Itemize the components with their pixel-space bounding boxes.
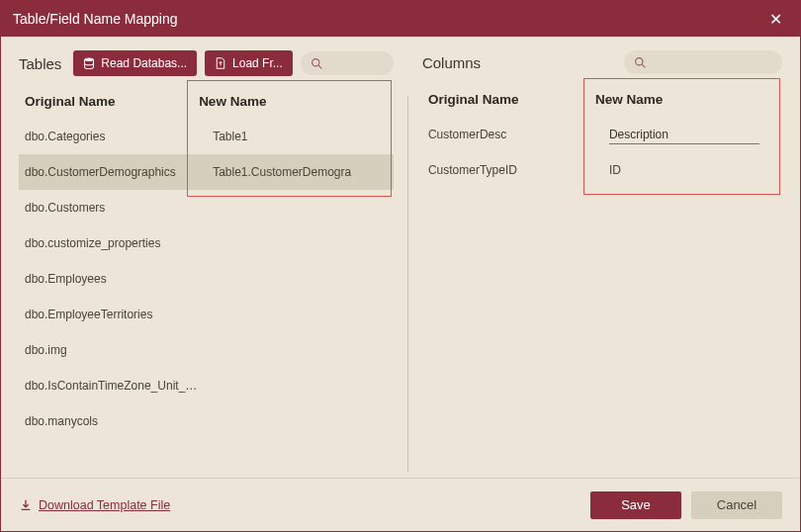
load-from-label: Load Fr... — [232, 56, 283, 70]
titlebar: Table/Field Name Mapping ✕ — [1, 1, 800, 37]
column-original-name: CustomerDesc — [428, 128, 595, 141]
table-original-name: dbo.EmployeeTerritories — [25, 308, 199, 321]
svg-point-1 — [312, 58, 318, 65]
table-row[interactable]: dbo.manycols — [19, 403, 394, 439]
search-icon — [634, 56, 647, 69]
tables-panel-head: Tables Read Databas... Load Fr... — [19, 50, 394, 76]
table-new-name[interactable]: Table1 — [199, 130, 388, 143]
svg-line-4 — [642, 64, 645, 67]
footer: Download Template File Save Cancel — [1, 478, 800, 531]
table-row[interactable]: dbo.img — [19, 332, 394, 368]
save-button[interactable]: Save — [590, 491, 681, 519]
columns-search[interactable] — [624, 50, 782, 74]
tables-search[interactable] — [301, 51, 394, 75]
download-icon — [19, 498, 33, 512]
table-original-name: dbo.img — [25, 343, 199, 357]
table-row[interactable]: dbo.EmployeeTerritories — [19, 297, 394, 332]
content-area: Tables Read Databas... Load Fr... — [1, 37, 800, 531]
table-original-name: dbo.IsContainTimeZone_Unit_Test — [25, 379, 199, 393]
columns-title: Columns — [422, 54, 481, 71]
tables-panel: Tables Read Databas... Load Fr... — [19, 50, 407, 472]
table-original-name: dbo.manycols — [25, 414, 199, 428]
columns-columns-header: Original Name New Name — [422, 92, 782, 117]
columns-rows: CustomerDescCustomerTypeIDID — [422, 117, 782, 188]
file-upload-icon — [215, 57, 226, 69]
close-icon[interactable]: ✕ — [763, 10, 788, 29]
columns-panel-head: Columns — [422, 50, 782, 74]
tables-rows: dbo.CategoriesTable1dbo.CustomerDemograp… — [19, 119, 394, 439]
download-template-label: Download Template File — [39, 498, 170, 512]
svg-point-0 — [85, 57, 94, 61]
load-from-button[interactable]: Load Fr... — [205, 50, 293, 76]
tables-grid: Original Name New Name dbo.CategoriesTab… — [19, 94, 394, 439]
panels: Tables Read Databas... Load Fr... — [1, 37, 800, 478]
columns-grid: Original Name New Name CustomerDescCusto… — [422, 92, 782, 188]
column-row[interactable]: CustomerTypeIDID — [422, 152, 782, 188]
column-original-name: CustomerTypeID — [428, 163, 595, 177]
database-icon — [83, 57, 95, 69]
column-new-name-input[interactable] — [609, 126, 759, 144]
table-original-name: dbo.Employees — [25, 272, 199, 286]
table-new-name[interactable]: Table1.CustomerDemogra — [199, 165, 388, 179]
tables-columns-header: Original Name New Name — [19, 94, 394, 119]
table-row[interactable]: dbo.customize_properties — [19, 225, 394, 261]
table-original-name: dbo.Customers — [25, 201, 199, 215]
table-row[interactable]: dbo.IsContainTimeZone_Unit_Test — [19, 368, 394, 403]
column-new-name-cell — [595, 126, 776, 144]
table-row[interactable]: dbo.Employees — [19, 261, 394, 297]
dialog-window: Table/Field Name Mapping ✕ Tables Read D… — [0, 0, 801, 532]
cancel-button[interactable]: Cancel — [691, 491, 782, 519]
column-row[interactable]: CustomerDesc — [422, 117, 782, 152]
search-icon — [311, 57, 323, 70]
download-template-link[interactable]: Download Template File — [19, 498, 170, 512]
column-new-name-cell[interactable]: ID — [595, 163, 776, 177]
window-title: Table/Field Name Mapping — [13, 11, 178, 27]
tables-col-new: New Name — [199, 94, 388, 109]
svg-point-3 — [636, 57, 643, 64]
read-database-button[interactable]: Read Databas... — [73, 50, 197, 76]
table-original-name: dbo.CustomerDemographics — [25, 165, 199, 179]
columns-col-original: Original Name — [428, 92, 595, 107]
table-row[interactable]: dbo.CategoriesTable1 — [19, 119, 394, 154]
table-original-name: dbo.Categories — [25, 130, 199, 143]
tables-title: Tables — [19, 55, 61, 72]
table-original-name: dbo.customize_properties — [25, 236, 199, 250]
table-row[interactable]: dbo.CustomerDemographicsTable1.CustomerD… — [19, 154, 394, 190]
table-row[interactable]: dbo.Customers — [19, 190, 394, 225]
svg-line-2 — [318, 65, 321, 68]
columns-panel: Columns Original Name New Name CustomerD… — [408, 50, 782, 472]
read-database-label: Read Databas... — [101, 56, 187, 70]
columns-col-new: New Name — [595, 92, 776, 107]
tables-col-original: Original Name — [25, 94, 199, 109]
